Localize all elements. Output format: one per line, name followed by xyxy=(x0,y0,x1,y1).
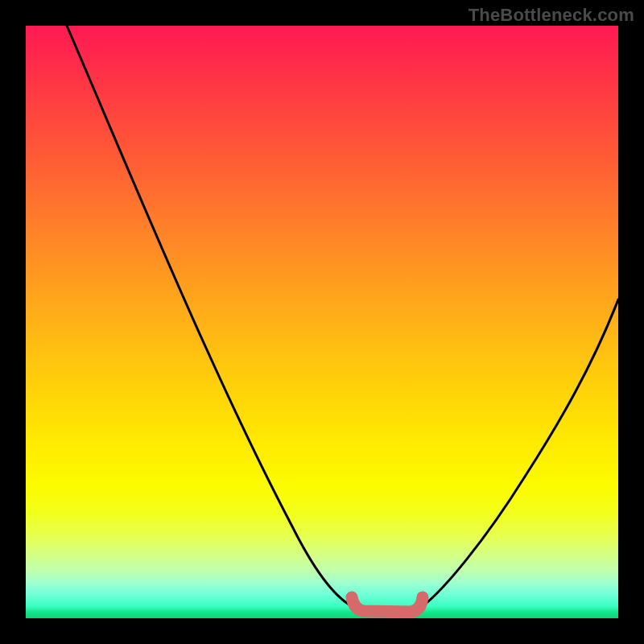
band-end-right xyxy=(417,592,428,603)
optimum-band xyxy=(352,597,423,612)
right-curve xyxy=(423,299,618,606)
left-curve xyxy=(67,26,352,606)
curve-layer xyxy=(26,26,618,618)
band-end-left xyxy=(346,592,357,603)
chart-frame: TheBottleneck.com xyxy=(0,0,644,644)
watermark-text: TheBottleneck.com xyxy=(469,5,634,26)
plot-area xyxy=(26,26,618,618)
